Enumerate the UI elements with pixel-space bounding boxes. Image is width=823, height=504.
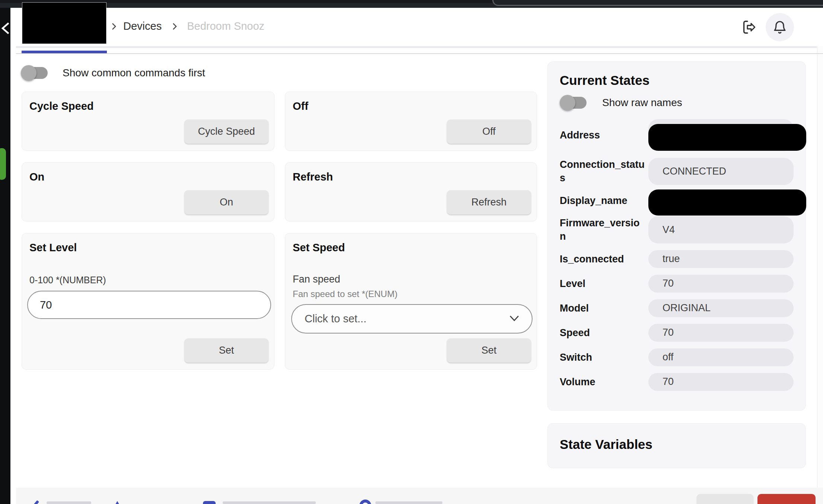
state-row-connection-status: Connection_status CONNECTED (560, 158, 794, 185)
state-row-volume: Volume 70 (560, 373, 794, 391)
pencil-icon[interactable] (29, 500, 39, 504)
fan-speed-select[interactable]: Click to set... (291, 304, 533, 334)
show-common-commands-toggle[interactable] (23, 67, 48, 79)
secondary-action-button[interactable] (697, 494, 753, 504)
select-placeholder: Click to set... (305, 313, 366, 325)
clipped-label (375, 501, 442, 504)
state-value (648, 119, 794, 151)
device-detail-screen: Devices Bedroom Snooz (0, 0, 823, 504)
state-row-model: Model ORIGINAL (560, 299, 794, 317)
state-value-text: 70 (662, 376, 674, 387)
url-bar-sliver (492, 0, 823, 6)
off-button[interactable]: Off (447, 119, 531, 144)
bottom-bar (16, 488, 823, 504)
state-label: Is_connected (560, 250, 648, 268)
state-variables-panel: State Variables (547, 423, 806, 468)
cycle-speed-button[interactable]: Cycle Speed (184, 119, 268, 144)
on-button[interactable]: On (184, 190, 268, 214)
state-row-is-connected: Is_connected true (560, 250, 794, 268)
state-label: Level (560, 275, 648, 293)
show-raw-names-toggle-row: Show raw names (562, 97, 794, 109)
bell-icon (772, 20, 787, 35)
state-label: Model (560, 299, 648, 317)
state-value: CONNECTED (648, 158, 794, 185)
active-tab-indicator (22, 51, 107, 53)
refresh-button[interactable]: Refresh (447, 190, 531, 214)
command-card-set-level: Set Level 0-100 *(NUMBER) Set (22, 233, 274, 370)
state-value-text: 70 (662, 278, 674, 289)
state-value-text: 70 (662, 327, 674, 338)
breadcrumb-chevron-icon (170, 22, 179, 31)
level-param-hint: 0-100 *(NUMBER) (29, 275, 268, 286)
page-header: Devices Bedroom Snooz (16, 8, 823, 46)
header-actions (741, 13, 794, 41)
command-card-cycle-speed: Cycle Speed Cycle Speed (22, 92, 274, 151)
state-label: Switch (560, 348, 648, 366)
clipped-label (223, 501, 316, 504)
gear-icon[interactable] (359, 500, 371, 504)
state-row-firmware-version: Firmware_version V4 (560, 216, 794, 243)
sidebar-back-chevron-icon[interactable] (0, 22, 10, 35)
card-title: On (29, 171, 268, 183)
state-row-address: Address (560, 119, 794, 151)
vertical-scrollbar[interactable] (817, 8, 823, 504)
state-label: Volume (560, 373, 648, 391)
redacted-active-tab (22, 2, 107, 44)
redacted-value (648, 124, 806, 151)
state-value-text: true (662, 253, 680, 265)
notifications-button[interactable] (766, 13, 794, 41)
current-states-panel: Current States Show raw names Address Co… (547, 61, 806, 411)
toggle-label: Show common commands first (63, 67, 205, 79)
state-label: Address (560, 119, 648, 151)
state-row-display-name: Display_name (560, 192, 794, 210)
state-value-text: ORIGINAL (662, 302, 711, 314)
command-card-refresh: Refresh Refresh (285, 162, 537, 221)
collapsed-sidebar (0, 8, 10, 504)
state-value-text: V4 (662, 224, 675, 236)
set-speed-button[interactable]: Set (447, 338, 531, 363)
state-value: V4 (648, 216, 794, 243)
square-tab-icon[interactable] (203, 501, 216, 504)
state-row-switch: Switch off (560, 348, 794, 366)
command-card-off: Off Off (285, 92, 537, 151)
toggle-thumb (560, 95, 575, 111)
state-row-speed: Speed 70 (560, 324, 794, 342)
state-label: Firmware_version (560, 216, 648, 243)
level-input[interactable] (27, 291, 271, 319)
breadcrumb-chevron-icon (109, 22, 119, 31)
command-card-set-speed: Set Speed Fan speed Fan speed to set *(E… (285, 233, 537, 370)
header-divider-band (16, 46, 817, 48)
chevron-down-icon (509, 315, 520, 323)
state-row-level: Level 70 (560, 275, 794, 293)
fan-speed-param-name: Fan speed (293, 274, 531, 285)
state-variables-title: State Variables (560, 437, 794, 452)
logout-icon[interactable] (741, 19, 757, 35)
toggle-label: Show raw names (602, 97, 682, 109)
redacted-value (648, 189, 806, 216)
danger-action-button[interactable] (757, 494, 816, 504)
sidebar-green-indicator[interactable] (0, 148, 6, 180)
state-value: 70 (648, 324, 794, 342)
state-value-text: CONNECTED (662, 166, 726, 177)
command-card-on: On On (22, 162, 274, 221)
card-title: Off (293, 100, 531, 112)
breadcrumb-current-page: Bedroom Snooz (187, 20, 264, 32)
state-value: 70 (648, 373, 794, 391)
state-value (648, 192, 794, 210)
browser-top-bar (0, 0, 823, 8)
current-states-title: Current States (560, 73, 794, 88)
state-value-text: off (662, 351, 674, 363)
state-label: Connection_status (560, 158, 648, 185)
card-title: Set Speed (293, 242, 531, 254)
commands-section: Show common commands first Cycle Speed C… (22, 54, 537, 370)
state-label: Speed (560, 324, 648, 342)
breadcrumb: Devices Bedroom Snooz (109, 20, 264, 32)
breadcrumb-devices-link[interactable]: Devices (123, 20, 162, 32)
set-level-button[interactable]: Set (184, 338, 268, 363)
triangle-icon[interactable] (112, 501, 123, 504)
clipped-label (47, 501, 91, 504)
state-label: Display_name (560, 192, 648, 210)
state-value: ORIGINAL (648, 299, 794, 317)
show-raw-names-toggle[interactable] (562, 97, 587, 109)
state-rows: Address Connection_status CONNECTED Disp… (560, 119, 794, 391)
